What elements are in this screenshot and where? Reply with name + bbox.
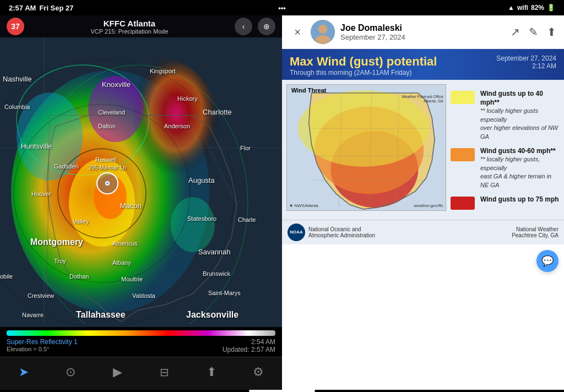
tab-share[interactable]: ⬆: [188, 365, 235, 380]
update-time: Updated: 2:57 AM: [223, 346, 275, 353]
location-label: 295 Ma-mar Ln: [89, 165, 126, 171]
location-icon: ➤: [19, 365, 29, 379]
home-bar: [249, 390, 315, 392]
layers-icon: ⊟: [160, 366, 169, 379]
radar-icon: ⊙: [66, 365, 75, 379]
radar-controls[interactable]: ‹ ⊕: [235, 18, 275, 35]
post-content: Max Wind (gust) potential Through this m…: [282, 49, 564, 390]
status-right: ▲ wifi 82% 🔋: [508, 4, 555, 12]
map-title: Wind Threat: [291, 87, 326, 94]
footer-org: National Oceanic andAtmospheric Administ…: [308, 226, 375, 238]
post-date: September 27, 2024: [340, 33, 505, 41]
noaa-logo: NOAA: [288, 224, 305, 241]
legend-swatch-red: [451, 197, 475, 210]
tab-play[interactable]: ▶: [94, 365, 141, 380]
station-name: KFFC Atlanta: [90, 19, 168, 28]
tab-location[interactable]: ➤: [0, 365, 47, 380]
wc-footer-left: NOAA National Oceanic andAtmospheric Adm…: [288, 224, 375, 241]
home-indicator: [0, 390, 564, 392]
signal-icon: ▲: [508, 4, 514, 12]
map-office-label: Weather Forecast OfficeAtlanta, GA: [402, 95, 443, 104]
legend-swatch-yellow: [451, 91, 475, 104]
legend-item-red: Wind gusts up to 75 mph: [451, 195, 560, 210]
user-info: Joe Domaleski September 27, 2024: [340, 23, 505, 41]
wind-chart-container: Max Wind (gust) potential Through this m…: [282, 49, 564, 244]
status-dots: •••: [278, 4, 286, 12]
legend-text-yellow: Wind gusts up to 40 mph** ** locally hig…: [480, 90, 560, 141]
main-content: 37 KFFC Atlanta VCP 215: Precipitation M…: [0, 15, 564, 390]
legend-item-orange: Wind gusts 40-60 mph** ** locally higher…: [451, 147, 560, 190]
settings-icon: ⚙: [253, 365, 264, 379]
capture-time: 2:54 AM: [223, 338, 275, 346]
target-button[interactable]: ⊕: [258, 18, 275, 35]
wc-date: September 27, 2024: [496, 55, 556, 62]
radar-map[interactable]: Nashville Knoxville Kingsport Columbia C…: [0, 37, 282, 327]
comment-area: 💬: [282, 244, 564, 277]
status-left: 2:57 AM Fri Sep 27: [9, 4, 74, 12]
user-name: Joe Domaleski: [340, 23, 505, 33]
play-icon: ▶: [113, 365, 122, 379]
user-avatar: [311, 20, 335, 44]
wind-chart-header: Max Wind (gust) potential Through this m…: [282, 49, 564, 80]
share-action-button[interactable]: ⬆: [547, 25, 556, 39]
wind-threat-map: Wind Threat: [286, 84, 446, 211]
wifi-icon: wifi: [517, 4, 528, 12]
radar-footer: Super-Res Reflectivity 1 Elevation = 0.5…: [0, 327, 282, 357]
status-bar: 2:57 AM Fri Sep 27 ••• ▲ wifi 82% 🔋: [0, 0, 564, 15]
share-icon: ⬆: [207, 365, 216, 379]
pin-dot: [105, 181, 110, 186]
pin-circle: [96, 172, 118, 194]
footer-credit: National WeatherPeachtree City, GA: [512, 226, 558, 238]
alert-badge: 37: [7, 18, 24, 35]
radar-panel: 37 KFFC Atlanta VCP 215: Precipitation M…: [0, 15, 282, 390]
comment-bubble[interactable]: 💬: [536, 250, 558, 272]
close-button[interactable]: ×: [290, 24, 305, 40]
wind-chart-card: Max Wind (gust) potential Through this m…: [282, 49, 564, 244]
tab-radar[interactable]: ⊙: [47, 365, 94, 380]
radar-legend: [7, 330, 275, 336]
state-lines: [0, 37, 282, 327]
wc-body: Wind Threat: [282, 80, 564, 220]
map-footer-left: ★ NWSAtlanta: [289, 203, 318, 208]
radar-mode: VCP 215: Precipitation Mode: [90, 28, 168, 35]
social-header: × Joe Domaleski September 27, 2024 ↗ ✎ ⬆: [282, 15, 564, 49]
map-footer-right: weather.gov/ffc: [414, 203, 443, 208]
radar-info-row: Super-Res Reflectivity 1 Elevation = 0.5…: [7, 338, 275, 353]
header-actions: ↗ ✎ ⬆: [511, 25, 556, 39]
radar-header: 37 KFFC Atlanta VCP 215: Precipitation M…: [0, 15, 282, 37]
wc-time: 2:12 AM: [496, 62, 556, 70]
social-panel: × Joe Domaleski September 27, 2024 ↗ ✎ ⬆: [282, 15, 564, 390]
legend-swatch-orange: [451, 148, 475, 161]
time-display: 2:57 AM: [9, 4, 36, 12]
radar-title-block: KFFC Atlanta VCP 215: Precipitation Mode: [90, 19, 168, 35]
legend-text-red: Wind gusts up to 75 mph: [480, 195, 559, 204]
tab-bar: ➤ ⊙ ▶ ⊟ ⬆ ⚙: [0, 357, 282, 390]
wind-legend: Wind gusts up to 40 mph** ** locally hig…: [451, 84, 560, 215]
radar-time-block: 2:54 AM Updated: 2:57 AM: [223, 338, 275, 353]
date-display: Fri Sep 27: [39, 4, 73, 12]
svg-point-14: [316, 35, 330, 44]
tab-settings[interactable]: ⚙: [235, 365, 282, 380]
wc-title-block: Max Wind (gust) potential Through this m…: [290, 55, 437, 77]
edit-button[interactable]: ✎: [529, 25, 538, 39]
legend-item-yellow: Wind gusts up to 40 mph** ** locally hig…: [451, 90, 560, 141]
tab-layers[interactable]: ⊟: [141, 366, 188, 380]
wc-footer: NOAA National Oceanic andAtmospheric Adm…: [282, 220, 564, 244]
svg-point-13: [318, 25, 327, 34]
battery-level: 82%: [531, 4, 544, 12]
wind-chart-subtitle: Through this morning (2AM-11AM Friday): [290, 69, 437, 77]
forward-button[interactable]: ↗: [511, 25, 520, 39]
radar-product-info: Super-Res Reflectivity 1 Elevation = 0.5…: [7, 338, 78, 352]
wind-chart-title: Max Wind (gust) potential: [290, 55, 437, 69]
wc-date-block: September 27, 2024 2:12 AM: [496, 55, 556, 70]
back-button[interactable]: ‹: [235, 18, 252, 35]
radar-product-name: Super-Res Reflectivity 1: [7, 338, 78, 346]
legend-text-orange: Wind gusts 40-60 mph** ** locally higher…: [480, 147, 560, 190]
location-pin: 295 Ma-mar Ln: [96, 172, 118, 194]
battery-icon: 🔋: [547, 4, 555, 12]
radar-elevation: Elevation = 0.5°: [7, 346, 78, 352]
